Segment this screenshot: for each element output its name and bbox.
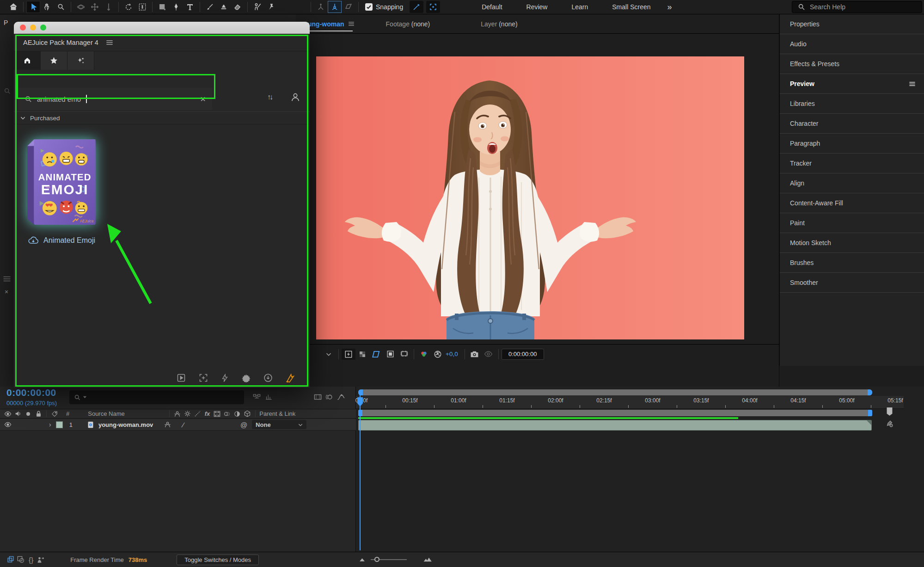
rectangle-tool-icon[interactable] xyxy=(155,1,169,13)
close-window-button[interactable] xyxy=(20,25,26,31)
pack-thumbnail-animated-emoji[interactable]: ANIMATED EMOJI xyxy=(23,130,102,227)
timeline-zoom-slider[interactable] xyxy=(371,559,407,560)
orbit-camera-tool-icon[interactable] xyxy=(74,1,88,13)
timeline-search-field[interactable] xyxy=(69,390,244,404)
hand-tool-icon[interactable] xyxy=(40,1,54,13)
time-ruler[interactable]: 0:00f 00:15f 01:00f 01:15f 02:00f 02:15f… xyxy=(356,396,904,409)
layer-label-color-swatch[interactable] xyxy=(56,421,63,428)
search-help-field[interactable]: Search Help xyxy=(792,1,922,13)
transparency-grid-icon[interactable] xyxy=(355,349,369,360)
layer-number-column[interactable]: # xyxy=(66,410,69,417)
snapshot-camera-icon[interactable] xyxy=(468,349,482,360)
panel-tab-paragraph[interactable]: Paragraph xyxy=(780,134,924,154)
quality-switch-icon[interactable] xyxy=(193,409,203,419)
magnification-dropdown-icon[interactable] xyxy=(322,349,336,360)
type-tool-icon[interactable] xyxy=(183,1,197,13)
aejuice-favorites-tab[interactable] xyxy=(41,51,67,70)
aejuice-search-field[interactable]: animated emo × xyxy=(18,88,212,110)
shy-switch-icon[interactable] xyxy=(172,409,183,419)
zoom-tool-icon[interactable] xyxy=(54,1,68,13)
time-navigator-bar[interactable] xyxy=(358,389,872,395)
panel-tab-properties[interactable]: Properties xyxy=(780,14,924,34)
panel-tab-smoother[interactable]: Smoother xyxy=(780,273,924,293)
source-name-column[interactable]: Source Name xyxy=(88,410,124,417)
live-update-icon[interactable] xyxy=(6,555,16,564)
parent-pickwhip-icon[interactable]: @ xyxy=(240,421,247,429)
layer-duration-bar[interactable] xyxy=(358,420,872,431)
frame-blending-switch-icon[interactable] xyxy=(312,392,323,401)
exposure-icon[interactable] xyxy=(431,349,445,360)
clear-search-icon[interactable]: × xyxy=(200,94,206,105)
pan-camera-tool-icon[interactable] xyxy=(88,1,102,13)
expressions-icon[interactable]: { } xyxy=(29,556,32,564)
fast-preview-icon[interactable] xyxy=(342,349,355,360)
toggle-switches-modes-button[interactable]: Toggle Switches / Modes xyxy=(177,555,259,565)
label-column-icon[interactable] xyxy=(49,409,60,419)
collapse-switch-icon[interactable] xyxy=(183,409,193,419)
marker-bin-icon[interactable] xyxy=(886,407,893,416)
home-tool-icon[interactable] xyxy=(6,1,20,13)
rotate-tool-icon[interactable] xyxy=(122,1,135,13)
am-expert-icon[interactable] xyxy=(35,555,45,564)
graph-editor-icon[interactable] xyxy=(336,392,346,401)
panel-tab-audio[interactable]: Audio xyxy=(780,34,924,54)
snap-along-edges-icon[interactable] xyxy=(410,1,423,13)
snapping-checkbox[interactable] xyxy=(365,3,373,11)
playhead-handle[interactable] xyxy=(357,397,363,407)
minimize-window-button[interactable] xyxy=(30,25,36,31)
frame-blend-switch-icon[interactable] xyxy=(212,409,222,419)
workspace-overflow-chevrons[interactable]: » xyxy=(663,2,677,12)
effects-switch-icon[interactable]: fx xyxy=(205,410,210,417)
adjustment-layer-column-icon[interactable] xyxy=(232,409,242,419)
panel-close-icon[interactable]: × xyxy=(5,288,8,296)
tab-layer[interactable]: Layer (none) xyxy=(476,20,522,28)
audio-column-speaker-icon[interactable] xyxy=(13,409,23,419)
panel-tab-libraries[interactable]: Libraries xyxy=(780,94,924,114)
sort-icon[interactable]: ↑↓ xyxy=(267,93,272,101)
panel-tab-preview[interactable]: Preview xyxy=(780,74,924,94)
add-to-comp-icon[interactable] xyxy=(199,373,208,382)
quick-actions-icon[interactable] xyxy=(221,374,229,382)
panel-tab-character[interactable]: Character xyxy=(780,114,924,134)
tab-footage[interactable]: Footage (none) xyxy=(381,20,435,28)
lock-column-icon[interactable] xyxy=(33,409,43,419)
layer-eye-icon[interactable] xyxy=(3,420,13,429)
panel-tab-content-aware-fill[interactable]: Content-Aware Fill xyxy=(780,193,924,213)
workspace-tab-review[interactable]: Review xyxy=(514,3,560,11)
panel-tab-align[interactable]: Align xyxy=(780,173,924,193)
show-snapshot-icon[interactable] xyxy=(482,349,496,360)
account-icon[interactable] xyxy=(290,92,300,102)
eraser-tool-icon[interactable] xyxy=(231,1,245,13)
panel-tab-effects-presets[interactable]: Effects & Presets xyxy=(780,54,924,74)
composition-mini-flowchart-icon[interactable] xyxy=(251,392,262,401)
puppet-pin-tool-icon[interactable] xyxy=(264,1,278,13)
threed-layer-column-icon[interactable] xyxy=(242,409,252,419)
window-title-bar[interactable] xyxy=(14,22,310,34)
work-area-end-handle[interactable] xyxy=(868,410,872,416)
panel-tab-paint[interactable]: Paint xyxy=(780,213,924,233)
zoom-window-button[interactable] xyxy=(40,25,46,31)
exposure-value[interactable]: +0,0 xyxy=(446,351,458,357)
navigator-end-handle[interactable] xyxy=(868,389,872,395)
panel-tab-brushes[interactable]: Brushes xyxy=(780,253,924,273)
clone-stamp-tool-icon[interactable] xyxy=(217,1,231,13)
transparency-toggle-icon[interactable] xyxy=(16,555,26,564)
workspace-tab-default[interactable]: Default xyxy=(470,3,514,11)
layer-source-name[interactable]: young-woman.mov xyxy=(98,421,153,428)
pen-tool-icon[interactable] xyxy=(169,1,183,13)
channel-settings-icon[interactable] xyxy=(417,349,431,360)
aejuice-logo-icon[interactable] xyxy=(286,373,295,383)
layer-row-young-woman[interactable]: › 1 young-woman.mov ∕ @ None xyxy=(0,419,356,431)
panel-tab-tracker[interactable]: Tracker xyxy=(780,154,924,173)
layer-expand-arrow[interactable]: › xyxy=(49,421,51,428)
motion-blur-switch-icon[interactable] xyxy=(324,392,334,401)
zoom-in-mountain-icon[interactable] xyxy=(422,555,433,564)
view-axis-mode-icon[interactable] xyxy=(342,1,355,13)
roto-brush-tool-icon[interactable] xyxy=(251,1,264,13)
aejuice-new-tab[interactable] xyxy=(67,51,94,70)
purchased-section-header[interactable]: Purchased xyxy=(14,111,310,124)
motion-blur-column-icon[interactable] xyxy=(222,409,232,419)
navigator-start-handle[interactable] xyxy=(358,389,363,395)
panel-tab-motion-sketch[interactable]: Motion Sketch xyxy=(780,233,924,253)
download-manager-icon[interactable] xyxy=(263,373,273,382)
